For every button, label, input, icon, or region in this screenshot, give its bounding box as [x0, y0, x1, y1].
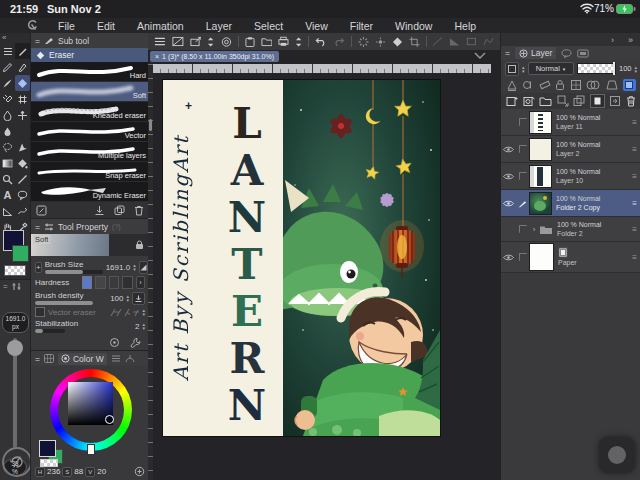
saturation-value[interactable]: 88 — [74, 467, 83, 476]
panel-menu-icon[interactable]: = — [35, 354, 40, 364]
layer-select-corner[interactable] — [516, 145, 529, 153]
undo-icon[interactable] — [315, 36, 327, 47]
wheel-transparent-swatch[interactable] — [40, 459, 58, 467]
export-icon[interactable] — [190, 36, 202, 47]
layer-row-layer2[interactable]: 100 % Normal Layer 2 ≡ — [501, 136, 640, 163]
import-icon[interactable] — [94, 205, 105, 216]
layer-row-layer11[interactable]: 100 % Normal Layer 11 ≡ — [501, 109, 640, 136]
palette-color-icon[interactable] — [505, 62, 519, 76]
reset-rotation-button[interactable] — [2, 447, 32, 477]
vector-eraser-checkbox[interactable] — [35, 307, 45, 317]
layer-select-corner[interactable] — [516, 253, 529, 261]
brush-density-track[interactable] — [35, 301, 93, 305]
stepper-icon[interactable]: ▴▾ — [133, 263, 136, 271]
tool-decoration-icon[interactable] — [15, 91, 30, 107]
color-set-tab-icon[interactable] — [44, 354, 54, 363]
panel-menu-icon[interactable]: = — [35, 222, 40, 232]
mask-icon[interactable] — [586, 79, 600, 91]
visibility-eye-icon[interactable] — [501, 146, 516, 153]
tab-balloon-icon[interactable] — [561, 49, 572, 58]
more-panels-icon[interactable]: » — [628, 35, 633, 45]
fill-shape-icon[interactable] — [392, 36, 403, 48]
triangle-tool-icon[interactable] — [449, 36, 460, 47]
wheel-primary-swatch[interactable] — [39, 440, 56, 457]
hue-value[interactable]: 236 — [47, 467, 60, 476]
new-vector-layer-icon[interactable] — [523, 95, 535, 107]
subtool-item-hard[interactable]: Hard — [31, 62, 149, 82]
color-history-tab-icon[interactable] — [125, 354, 135, 363]
tool-move-icon[interactable] — [15, 107, 30, 123]
tool-pencil-icon[interactable] — [0, 59, 15, 75]
reference-layer-icon[interactable] — [623, 79, 636, 91]
rect-tool-icon[interactable] — [466, 36, 477, 47]
line-tool-icon[interactable] — [432, 36, 443, 47]
tab-animation-icon[interactable] — [577, 49, 589, 58]
secondary-color-swatch[interactable] — [12, 245, 29, 262]
collapse-toolbar-icon[interactable]: « — [0, 33, 30, 43]
move-layer-icon[interactable] — [609, 95, 621, 107]
hardness-level-2[interactable] — [95, 276, 105, 289]
menu-edit[interactable]: Edit — [86, 20, 126, 32]
layer-drag-handle[interactable]: ≡ — [628, 225, 640, 234]
tool-zoom-icon[interactable] — [0, 171, 15, 187]
hue-cursor[interactable] — [87, 444, 95, 455]
edit-subtool-icon[interactable] — [36, 205, 47, 216]
blend-mode-dropdown[interactable]: Normal▾ — [528, 62, 574, 75]
register-icon[interactable] — [221, 36, 232, 48]
hardness-more-button[interactable]: › — [136, 276, 145, 289]
color-slider-tab-icon[interactable] — [111, 354, 121, 363]
layer-drag-handle[interactable]: ≡ — [628, 199, 640, 208]
transfer-icon[interactable] — [557, 95, 569, 107]
brush-size-slider-knob[interactable] — [7, 340, 23, 356]
subtool-item-vector[interactable]: Vector — [31, 122, 149, 142]
layer-opacity-value[interactable]: 100 — [619, 64, 632, 73]
tool-fill-icon[interactable] — [15, 155, 30, 171]
layer-select-corner[interactable] — [516, 118, 529, 126]
stabilization-value[interactable]: 2 — [135, 322, 139, 331]
menu-icon[interactable] — [154, 36, 166, 47]
printer-icon[interactable] — [278, 36, 289, 47]
color-wheel[interactable] — [31, 366, 149, 466]
subtool-item-dynamic-eraser[interactable]: Dynamic Eraser — [31, 182, 149, 202]
layer-row-paper[interactable]: Paper ≡ — [501, 242, 640, 273]
stepper-icon[interactable]: ▴▾ — [142, 308, 145, 316]
menu-view[interactable]: View — [294, 20, 339, 32]
layer-row-folder2[interactable]: › 100 % Normal Folder 2 ≡ — [501, 217, 640, 242]
layer-drag-handle[interactable]: ≡ — [628, 172, 640, 181]
folder-expander-icon[interactable]: › — [529, 225, 539, 234]
stepper-icon[interactable]: ▴▾ — [126, 294, 129, 302]
visibility-eye-icon[interactable] — [501, 254, 516, 261]
clip-at-layer-icon[interactable] — [506, 79, 518, 91]
color-wheel-tab[interactable]: Color W — [58, 353, 107, 365]
menu-window[interactable]: Window — [384, 20, 443, 32]
folder-icon[interactable] — [261, 36, 273, 47]
transparent-color-swatch[interactable] — [4, 265, 26, 276]
stepper-icon[interactable]: ▴▾ — [142, 322, 145, 330]
value-value[interactable]: 20 — [97, 467, 106, 476]
subtool-item-kneaded-eraser[interactable]: Kneaded eraser — [31, 102, 149, 122]
layer-select-corner[interactable] — [516, 172, 529, 180]
combine-icon[interactable] — [573, 95, 585, 107]
tool-blend-icon[interactable] — [0, 107, 15, 123]
menu-select[interactable]: Select — [243, 20, 294, 32]
tool-object-icon[interactable] — [15, 139, 30, 155]
subtool-item-soft[interactable]: Soft — [31, 82, 149, 102]
alpha-icon[interactable] — [522, 79, 534, 91]
tool-menu-icon[interactable] — [0, 43, 15, 59]
stepper-icon[interactable]: ▴▾ — [522, 65, 525, 73]
layer-select-corner[interactable] — [516, 225, 529, 233]
menu-file[interactable]: File — [47, 20, 86, 32]
menu-layer[interactable]: Layer — [195, 20, 243, 32]
visibility-eye-icon[interactable] — [501, 173, 516, 180]
brush-density-value[interactable]: 100 — [110, 294, 123, 303]
color-mixing-icon[interactable] — [134, 466, 145, 477]
clip-studio-logo[interactable] — [0, 20, 47, 32]
expand-icon[interactable]: + — [35, 262, 42, 273]
expand-panel-icon[interactable]: › — [611, 35, 614, 45]
stencil-icon[interactable] — [605, 79, 619, 91]
tab-layer[interactable]: Layer — [515, 47, 556, 59]
brush-size-value[interactable]: 1691.0 — [106, 263, 130, 272]
tool-liquify-icon[interactable] — [0, 123, 15, 139]
lock-alpha-icon[interactable] — [570, 79, 582, 91]
new-canvas-icon[interactable] — [172, 36, 184, 47]
